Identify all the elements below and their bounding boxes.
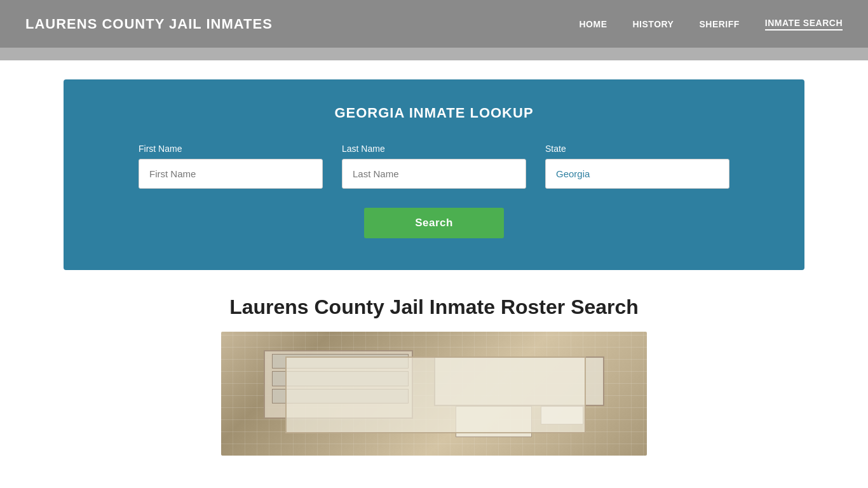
state-label: State: [545, 144, 729, 154]
state-group: State: [545, 144, 729, 189]
search-button[interactable]: Search: [364, 208, 504, 238]
first-name-group: First Name: [139, 144, 323, 189]
sub-header-bar: [0, 48, 868, 60]
state-input[interactable]: [545, 159, 729, 189]
search-container: GEORGIA INMATE LOOKUP First Name Last Na…: [64, 79, 804, 270]
roster-title: Laurens County Jail Inmate Roster Search: [64, 295, 804, 319]
nav-home[interactable]: HOME: [580, 19, 607, 29]
nav-history[interactable]: HISTORY: [633, 19, 674, 29]
site-header: LAURENS COUNTY JAIL INMATES HOME HISTORY…: [0, 0, 868, 48]
last-name-label: Last Name: [342, 144, 526, 154]
below-search-section: Laurens County Jail Inmate Roster Search: [0, 270, 868, 456]
main-nav: HOME HISTORY SHERIFF INMATE SEARCH: [580, 18, 843, 30]
search-button-wrapper: Search: [95, 208, 773, 238]
search-section-title: GEORGIA INMATE LOOKUP: [95, 105, 773, 121]
nav-sheriff[interactable]: SHERIFF: [699, 19, 739, 29]
last-name-input[interactable]: [342, 159, 526, 189]
first-name-label: First Name: [139, 144, 323, 154]
nav-inmate-search[interactable]: INMATE SEARCH: [765, 18, 843, 30]
last-name-group: Last Name: [342, 144, 526, 189]
jail-aerial-image: [221, 332, 647, 456]
search-fields-row: First Name Last Name State: [95, 144, 773, 189]
main-content: GEORGIA INMATE LOOKUP First Name Last Na…: [0, 60, 868, 475]
site-title: LAURENS COUNTY JAIL INMATES: [25, 16, 273, 32]
first-name-input[interactable]: [139, 159, 323, 189]
